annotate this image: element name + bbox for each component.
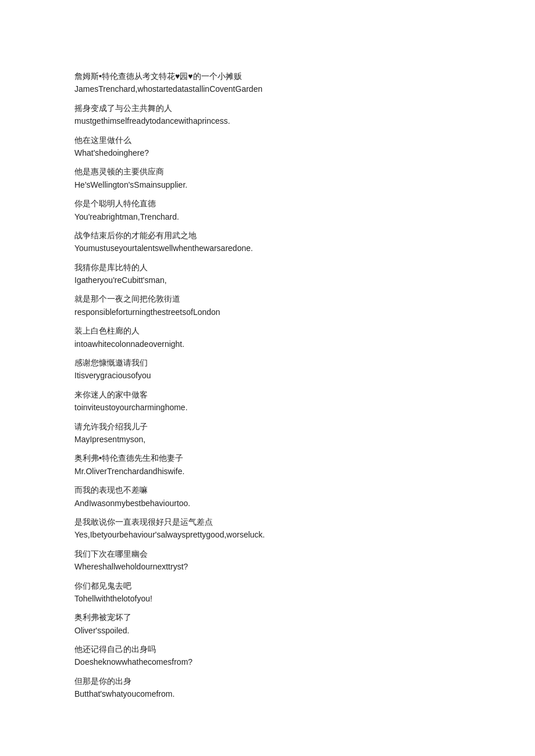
line-english: JamesTrenchard,whostartedatastallinCoven…: [74, 83, 461, 95]
line-pair: 他是惠灵顿的主要供应商He'sWellington'sSmainsupplier…: [74, 165, 461, 191]
line-pair: 他在这里做什么What'shedoinghere?: [74, 134, 461, 160]
line-english: Mr.OliverTrenchardandhiswife.: [74, 465, 461, 478]
line-pair: 摇身变成了与公主共舞的人mustgethimselfreadytodancewi…: [74, 102, 461, 128]
line-english: Youmustuseyourtalentswellwhenthewarsared…: [74, 242, 461, 255]
line-pair: 是我敢说你一直表现很好只是运气差点Yes,Ibetyourbehaviour's…: [74, 515, 461, 542]
line-chinese: 来你迷人的家中做客: [74, 388, 461, 401]
line-english: Butthat'swhatyoucomefrom.: [74, 687, 461, 700]
line-english: What'shedoinghere?: [74, 146, 461, 159]
line-pair: 我们下次在哪里幽会Whereshallweholdournexttryst?: [74, 547, 461, 574]
line-chinese: 我猜你是库比特的人: [74, 261, 461, 274]
line-chinese: 而我的表现也不差嘛: [74, 483, 461, 496]
line-english: Oliver'sspoiled.: [74, 624, 461, 637]
line-chinese: 你们都见鬼去吧: [74, 579, 461, 592]
line-pair: 奥利弗被宠坏了Oliver'sspoiled.: [74, 611, 461, 637]
line-chinese: 战争结束后你的才能必有用武之地: [74, 229, 461, 242]
line-chinese: 詹姆斯•特伦查德从考文特花♥园♥的一个小摊贩: [74, 70, 461, 83]
line-chinese: 我们下次在哪里幽会: [74, 547, 461, 560]
line-english: Igatheryou'reCubitt'sman,: [74, 274, 461, 286]
line-english: responsibleforturningthestreetsofLondon: [74, 306, 461, 318]
line-english: Itisverygraciousofyou: [74, 369, 461, 382]
line-pair: 战争结束后你的才能必有用武之地Youmustuseyourtalentswell…: [74, 229, 461, 255]
line-pair: 他还记得自己的出身吗Doesheknowwhathecomesfrom?: [74, 643, 461, 669]
line-chinese: 感谢您慷慨邀请我们: [74, 356, 461, 369]
line-chinese: 奥利弗•特伦查德先生和他妻子: [74, 452, 461, 464]
line-chinese: 但那是你的出身: [74, 675, 461, 687]
line-english: He'sWellington'sSmainsupplier.: [74, 178, 461, 191]
line-english: Doesheknowwhathecomesfrom?: [74, 655, 461, 668]
line-english: toinviteustoyourcharminghome.: [74, 401, 461, 414]
line-english: Tohellwiththelotofyou!: [74, 592, 461, 605]
line-pair: 请允许我介绍我儿子MayIpresentmyson,: [74, 420, 461, 446]
line-chinese: 是我敢说你一直表现很好只是运气差点: [74, 515, 461, 528]
line-chinese: 摇身变成了与公主共舞的人: [74, 102, 461, 114]
line-english: Whereshallweholdournexttryst?: [74, 560, 461, 573]
line-pair: 你是个聪明人特伦直德You'reabrightman,Trenchard.: [74, 197, 461, 223]
line-pair: 我猜你是库比特的人Igatheryou'reCubitt'sman,: [74, 261, 461, 287]
line-chinese: 请允许我介绍我儿子: [74, 420, 461, 433]
line-chinese: 你是个聪明人特伦直德: [74, 197, 461, 210]
line-pair: 而我的表现也不差嘛AndIwasonmybestbehaviourtoo.: [74, 483, 461, 510]
line-chinese: 他还记得自己的出身吗: [74, 643, 461, 655]
line-chinese: 就是那个一夜之间把伦敦街道: [74, 292, 461, 305]
line-english: AndIwasonmybestbehaviourtoo.: [74, 497, 461, 510]
line-pair: 但那是你的出身Butthat'swhatyoucomefrom.: [74, 675, 461, 701]
line-chinese: 他在这里做什么: [74, 134, 461, 146]
line-chinese: 奥利弗被宠坏了: [74, 611, 461, 624]
line-english: intoawhitecolonnadeovernight.: [74, 338, 461, 350]
line-pair: 你们都见鬼去吧Tohellwiththelotofyou!: [74, 579, 461, 605]
line-pair: 装上白色柱廊的人intoawhitecolonnadeovernight.: [74, 324, 461, 350]
line-chinese: 他是惠灵顿的主要供应商: [74, 165, 461, 178]
line-pair: 奥利弗•特伦查德先生和他妻子Mr.OliverTrenchardandhiswi…: [74, 452, 461, 478]
line-pair: 詹姆斯•特伦查德从考文特花♥园♥的一个小摊贩JamesTrenchard,who…: [74, 70, 461, 96]
main-content: 詹姆斯•特伦查德从考文特花♥园♥的一个小摊贩JamesTrenchard,who…: [0, 0, 535, 753]
line-pair: 来你迷人的家中做客toinviteustoyourcharminghome.: [74, 388, 461, 414]
line-english: Yes,Ibetyourbehaviour'salwaysprettygood,…: [74, 528, 461, 541]
line-pair: 感谢您慷慨邀请我们Itisverygraciousofyou: [74, 356, 461, 382]
line-english: mustgethimselfreadytodancewithaprincess.: [74, 114, 461, 127]
line-english: MayIpresentmyson,: [74, 433, 461, 446]
line-chinese: 装上白色柱廊的人: [74, 324, 461, 337]
line-pair: 就是那个一夜之间把伦敦街道responsibleforturningthestr…: [74, 292, 461, 318]
line-english: You'reabrightman,Trenchard.: [74, 210, 461, 223]
